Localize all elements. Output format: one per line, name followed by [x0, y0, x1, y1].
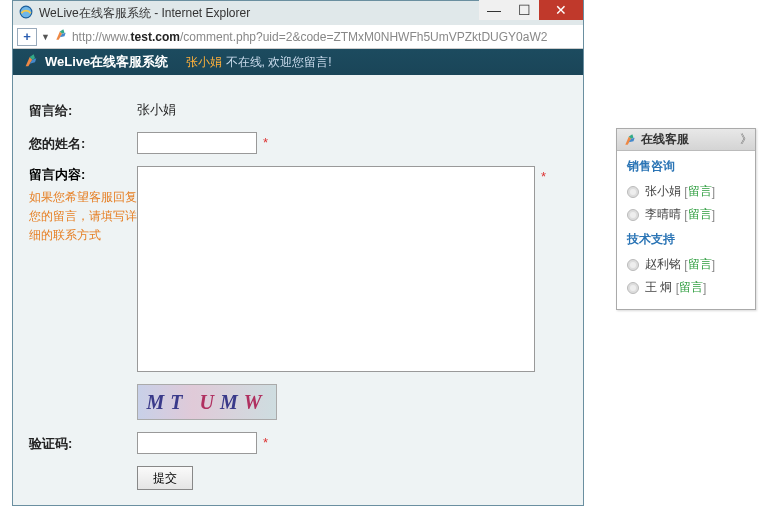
recipient-name: 张小娟 — [137, 99, 176, 119]
agent-item[interactable]: 赵利铭 [留言] — [617, 253, 755, 276]
feather-icon — [623, 133, 637, 147]
captcha-image[interactable]: MT UMW — [137, 384, 277, 420]
avatar-icon — [627, 259, 639, 271]
panel-body: 销售咨询 张小娟 [留言] 李晴晴 [留言] 技术支持 赵利铭 [留言] 王 炯… — [617, 151, 755, 309]
agent-item[interactable]: 王 炯 [留言] — [617, 276, 755, 299]
title-bar: WeLive在线客服系统 - Internet Explorer — ☐ ✕ — [13, 1, 583, 25]
avatar-icon — [627, 282, 639, 294]
required-mark: * — [263, 432, 268, 450]
app-title: WeLive在线客服系统 — [45, 53, 168, 71]
content-hint: 如果您希望客服回复您的留言，请填写详细的联系方式 — [29, 188, 137, 246]
online-service-panel: 在线客服 》 销售咨询 张小娟 [留言] 李晴晴 [留言] 技术支持 赵利铭 [… — [616, 128, 756, 310]
panel-header: 在线客服 》 — [617, 129, 755, 151]
status-message: 张小娟 不在线, 欢迎您留言! — [186, 54, 331, 71]
required-mark: * — [541, 166, 546, 184]
app-header: WeLive在线客服系统 张小娟 不在线, 欢迎您留言! — [13, 49, 583, 75]
tab-dropdown-icon[interactable]: ▼ — [41, 32, 50, 42]
avatar-icon — [627, 186, 639, 198]
agent-item[interactable]: 张小娟 [留言] — [617, 180, 755, 203]
avatar-icon — [627, 209, 639, 221]
group-sales: 销售咨询 — [617, 153, 755, 180]
maximize-button[interactable]: ☐ — [509, 0, 539, 20]
group-tech: 技术支持 — [617, 226, 755, 253]
captcha-input[interactable] — [137, 432, 257, 454]
browser-window: WeLive在线客服系统 - Internet Explorer — ☐ ✕ +… — [12, 0, 584, 506]
message-form: 留言给: 张小娟 您的姓名: * 留言内容: 如果您希望客服回复您的留言，请填写… — [13, 75, 583, 506]
name-label: 您的姓名: — [29, 132, 137, 153]
agent-item[interactable]: 李晴晴 [留言] — [617, 203, 755, 226]
feather-icon — [23, 53, 45, 72]
panel-title: 在线客服 — [641, 131, 689, 148]
content-label: 留言内容: 如果您希望客服回复您的留言，请填写详细的联系方式 — [29, 166, 137, 246]
leave-message-link[interactable]: 留言 — [679, 279, 703, 296]
collapse-icon[interactable]: 》 — [740, 131, 749, 148]
recipient-label: 留言给: — [29, 99, 137, 120]
address-bar[interactable]: http://www.test.com/comment.php?uid=2&co… — [72, 30, 579, 44]
address-bar-row: + ▼ http://www.test.com/comment.php?uid=… — [13, 25, 583, 49]
close-button[interactable]: ✕ — [539, 0, 583, 20]
name-input[interactable] — [137, 132, 257, 154]
minimize-button[interactable]: — — [479, 0, 509, 20]
leave-message-link[interactable]: 留言 — [688, 206, 712, 223]
new-tab-button[interactable]: + — [17, 28, 37, 46]
window-buttons: — ☐ ✕ — [479, 0, 583, 20]
feather-icon — [54, 28, 68, 45]
content-textarea[interactable] — [137, 166, 535, 372]
leave-message-link[interactable]: 留言 — [688, 256, 712, 273]
submit-button[interactable]: 提交 — [137, 466, 193, 490]
required-mark: * — [263, 132, 268, 150]
leave-message-link[interactable]: 留言 — [688, 183, 712, 200]
ie-icon — [19, 5, 33, 22]
window-title: WeLive在线客服系统 - Internet Explorer — [39, 5, 250, 22]
captcha-label: 验证码: — [29, 432, 137, 453]
agent-name: 张小娟 — [186, 55, 222, 69]
